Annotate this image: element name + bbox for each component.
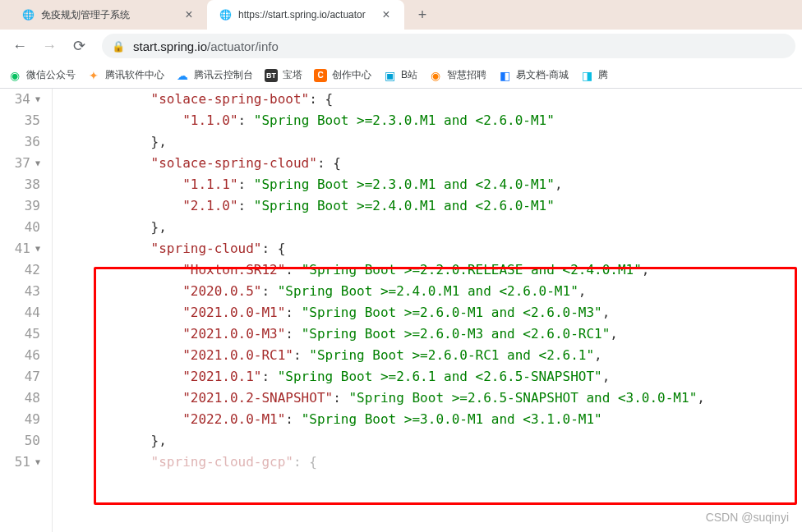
line-number: 41▼ <box>0 238 45 259</box>
url-text: start.spring.io/actuator/info <box>133 39 279 53</box>
url-bar[interactable]: 🔒 start.spring.io/actuator/info <box>102 34 795 58</box>
browser-chrome: 🌐 免疫规划管理子系统 × 🌐 https://start.spring.io/… <box>0 0 802 89</box>
tab-bar: 🌐 免疫规划管理子系统 × 🌐 https://start.spring.io/… <box>0 0 802 30</box>
close-icon[interactable]: × <box>182 8 196 21</box>
code-line: "1.1.0": "Spring Boot >=2.3.0.M1 and <2.… <box>56 110 802 131</box>
fold-arrow-icon[interactable]: ▼ <box>35 153 40 174</box>
code-line: "2.1.0": "Spring Boot >=2.4.0.M1 and <2.… <box>56 195 802 217</box>
code-line: "2021.0.0-M3": "Spring Boot >=2.6.0-M3 a… <box>56 323 802 345</box>
bilibili-icon: ▣ <box>383 69 396 82</box>
line-number: 37▼ <box>0 153 45 174</box>
code-line: "spring-cloud": { <box>56 238 802 259</box>
code-line: "solace-spring-boot": { <box>56 89 802 110</box>
tab-title: https://start.spring.io/actuator <box>238 9 373 21</box>
tencent2-icon: ◨ <box>580 69 593 82</box>
code-line: "2022.0.0-M1": "Spring Boot >=3.0.0-M1 a… <box>56 409 802 430</box>
recruit-icon: ◉ <box>429 69 442 82</box>
code-line: "solace-spring-cloud": { <box>56 153 802 174</box>
line-number: 49 <box>0 409 45 430</box>
code-line: "Hoxton.SR12": "Spring Boot >=2.2.0.RELE… <box>56 259 802 281</box>
line-number: 48 <box>0 388 45 409</box>
line-number: 39 <box>0 195 45 217</box>
code-content[interactable]: "solace-spring-boot": { "1.1.0": "Spring… <box>53 89 802 532</box>
fold-arrow-icon[interactable]: ▼ <box>35 89 40 110</box>
code-line: }, <box>56 430 802 452</box>
code-line: "2021.0.1": "Spring Boot >=2.6.1 and <2.… <box>56 366 802 388</box>
bookmark-bt[interactable]: BT宝塔 <box>265 68 302 82</box>
code-line: "1.1.1": "Spring Boot >=2.3.0.M1 and <2.… <box>56 174 802 195</box>
forward-button[interactable]: → <box>36 33 62 59</box>
tab-title: 免疫规划管理子系统 <box>41 8 176 22</box>
new-tab-button[interactable]: + <box>411 3 434 26</box>
code-line: "spring-cloud-gcp": { <box>56 452 802 473</box>
bookmark-tencent2[interactable]: ◨腾 <box>580 68 608 82</box>
line-number: 42 <box>0 259 45 281</box>
line-number: 38 <box>0 174 45 195</box>
watermark: CSDN @suqinyi <box>706 511 789 524</box>
bt-icon: BT <box>265 69 278 82</box>
bookmarks-bar: ◉微信公众号 ✦腾讯软件中心 ☁腾讯云控制台 BT宝塔 C创作中心 ▣B站 ◉智… <box>0 62 802 89</box>
tab-active[interactable]: 🌐 https://start.spring.io/actuator × <box>207 0 404 30</box>
toolbar: ← → ⟳ 🔒 start.spring.io/actuator/info <box>0 30 802 62</box>
code-line: "2020.0.5": "Spring Boot >=2.4.0.M1 and … <box>56 281 802 302</box>
code-line: }, <box>56 131 802 153</box>
bookmark-wechat[interactable]: ◉微信公众号 <box>8 68 76 82</box>
bookmark-tencent-cloud[interactable]: ☁腾讯云控制台 <box>176 68 253 82</box>
line-number: 47 <box>0 366 45 388</box>
line-number: 34▼ <box>0 89 45 110</box>
bookmark-creative[interactable]: C创作中心 <box>314 68 371 82</box>
lock-icon: 🔒 <box>112 40 125 53</box>
wechat-icon: ◉ <box>8 69 21 82</box>
globe-icon: 🌐 <box>219 8 232 21</box>
fold-arrow-icon[interactable]: ▼ <box>35 452 40 473</box>
code-line: "2021.0.0-M1": "Spring Boot >=2.6.0-M1 a… <box>56 302 802 323</box>
code-line: "2021.0.2-SNAPSHOT": "Spring Boot >=2.6.… <box>56 388 802 409</box>
line-number: 44 <box>0 302 45 323</box>
globe-icon: 🌐 <box>21 8 35 21</box>
close-icon[interactable]: × <box>380 8 393 21</box>
back-button[interactable]: ← <box>7 33 33 59</box>
line-number: 43 <box>0 281 45 302</box>
bookmark-tencent-soft[interactable]: ✦腾讯软件中心 <box>87 68 164 82</box>
line-number: 36 <box>0 131 45 153</box>
line-number: 35 <box>0 110 45 131</box>
line-number: 40 <box>0 217 45 238</box>
reload-button[interactable]: ⟳ <box>66 33 92 59</box>
code-line: }, <box>56 217 802 238</box>
doc-icon: ◧ <box>498 69 511 82</box>
cloud-icon: ☁ <box>176 69 189 82</box>
code-line: "2021.0.0-RC1": "Spring Boot >=2.6.0-RC1… <box>56 345 802 366</box>
line-number: 45 <box>0 323 45 345</box>
bookmark-yiwendang[interactable]: ◧易文档-商城 <box>498 68 569 82</box>
bookmark-bilibili[interactable]: ▣B站 <box>383 68 417 82</box>
line-number: 46 <box>0 345 45 366</box>
tencent-icon: ✦ <box>87 69 100 82</box>
tab-inactive[interactable]: 🌐 免疫规划管理子系统 × <box>10 0 207 30</box>
bookmark-recruit[interactable]: ◉智慧招聘 <box>429 68 486 82</box>
fold-arrow-icon[interactable]: ▼ <box>35 238 40 259</box>
line-gutter: 34▼353637▼38394041▼42434445464748495051▼ <box>0 89 53 532</box>
c-icon: C <box>314 69 327 82</box>
line-number: 51▼ <box>0 452 45 473</box>
code-viewer: 34▼353637▼38394041▼42434445464748495051▼… <box>0 89 802 532</box>
line-number: 50 <box>0 430 45 452</box>
